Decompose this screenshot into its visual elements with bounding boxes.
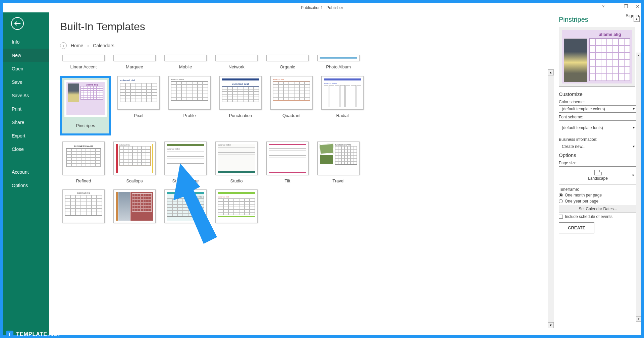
template-unnamed-4[interactable]: euismod nisl: [213, 189, 260, 223]
template-label: Travel: [332, 178, 344, 183]
radio-label: One year per page: [565, 199, 598, 204]
page-landscape-icon: [594, 170, 602, 175]
publisher-window: Publication1 - Publisher ? — ❐ ✕ Sign in…: [3, 3, 641, 335]
template-mobile[interactable]: Mobile: [162, 55, 209, 69]
template-profile[interactable]: euismod nisl ut Profile: [166, 76, 213, 135]
customize-panel: Pinstripes ▲ ullame alig Customize Color…: [554, 12, 641, 335]
color-scheme-select[interactable]: (default template colors) ▼: [559, 105, 637, 113]
sidebar-item-account[interactable]: Account: [3, 165, 49, 179]
template-linear-accent[interactable]: Linear Accent: [60, 55, 107, 69]
include-schedule-checkbox[interactable]: Include schedule of events: [559, 214, 637, 219]
template-label: Organic: [280, 64, 295, 69]
sidebar-item-info[interactable]: Info: [3, 35, 49, 49]
template-marquee[interactable]: Marquee: [111, 55, 158, 69]
maximize-icon[interactable]: ❐: [624, 4, 628, 9]
breadcrumb-home[interactable]: Home: [71, 43, 83, 48]
close-icon[interactable]: ✕: [636, 4, 640, 9]
thumbnail-title: euismod nisl ut: [324, 82, 361, 84]
minimize-icon[interactable]: —: [612, 4, 616, 9]
template-travel[interactable]: BUSINESS NAME Travel: [315, 142, 362, 183]
color-scheme-label: Color scheme:: [559, 100, 637, 104]
timeframe-one-year-radio[interactable]: One year per page: [559, 199, 637, 204]
breadcrumb-back-icon[interactable]: ‹: [60, 42, 67, 49]
sidebar-item-open[interactable]: Open: [3, 62, 49, 75]
customize-heading: Customize: [559, 91, 637, 97]
title-bar: Publication1 - Publisher ? — ❐ ✕: [3, 3, 641, 12]
sidebar-item-share[interactable]: Share: [3, 116, 49, 129]
thumbnail-title: euismod nisl: [65, 192, 102, 194]
panel-collapse-icon[interactable]: ▲: [634, 16, 640, 22]
template-straight-edge[interactable]: euismod nisl ut Straight Edge: [162, 142, 209, 183]
thumbnail-title: euismod nisl: [218, 196, 255, 198]
sidebar-item-save[interactable]: Save: [3, 75, 49, 89]
template-label: Pixel: [134, 113, 143, 118]
template-row: BUSINESS NAME Refined euismod nisl Scall…: [60, 142, 547, 183]
color-scheme-value: (default template colors): [562, 107, 605, 111]
template-label: Tilt: [285, 178, 290, 183]
thumbnail-title: euismod nisl ut: [167, 148, 204, 150]
template-photo-album[interactable]: Photo Album: [315, 55, 362, 69]
template-label: Quadrant: [282, 113, 301, 118]
template-tilt[interactable]: Tilt: [264, 142, 311, 183]
template-label: Pinstripes: [76, 120, 95, 131]
template-label: Refined: [76, 178, 91, 183]
template-label: Scallops: [126, 178, 143, 183]
sidebar-item-close[interactable]: Close: [3, 143, 49, 156]
sidebar-item-save-as[interactable]: Save As: [3, 89, 49, 102]
template-label: Radial: [336, 113, 349, 118]
radio-unchecked-icon: [559, 199, 563, 203]
template-network[interactable]: Network: [213, 55, 260, 69]
template-organic[interactable]: Organic: [264, 55, 311, 69]
set-calendar-dates-button[interactable]: Set Calendar Dates...: [559, 205, 637, 213]
template-label: Profile: [183, 113, 196, 118]
template-pinstripes-selected[interactable]: ullame alig Pinstripes: [60, 76, 111, 135]
template-studio[interactable]: euismod nisl ut Studio: [213, 142, 260, 183]
template-unnamed-1[interactable]: euismod nisl: [60, 189, 107, 223]
business-info-select[interactable]: Create new... ▼: [559, 143, 637, 150]
back-arrow-icon: [14, 20, 21, 26]
template-scallops[interactable]: euismod nisl Scallops: [111, 142, 158, 183]
gallery-scrollbar[interactable]: ▲ ▼: [548, 69, 554, 328]
template-row-partial-bottom: euismod nisl euismod nisl ut euismod nis…: [60, 189, 547, 223]
options-heading: Options: [559, 152, 637, 158]
font-scheme-value: (default template fonts): [562, 125, 603, 130]
chevron-down-icon: ▼: [632, 174, 635, 177]
checkbox-unchecked-icon: [559, 215, 563, 219]
help-icon[interactable]: ?: [602, 4, 604, 9]
template-pixel[interactable]: euismod nisl Pixel: [115, 76, 162, 135]
scrollbar-up-icon[interactable]: ▲: [548, 69, 554, 75]
preview-calendar-grid-icon: [589, 38, 630, 81]
panel-scrollbar[interactable]: ▲ ▼: [636, 53, 641, 322]
thumbnail-title: euismod nisl: [273, 78, 310, 80]
create-button[interactable]: CREATE: [559, 222, 594, 233]
preview-photo-icon: [564, 39, 587, 82]
scrollbar-down-icon[interactable]: ▼: [636, 316, 641, 322]
template-punctuation[interactable]: euismod nisl Punctuation: [217, 76, 264, 135]
watermark-logo-icon: T: [6, 331, 13, 338]
template-label: Straight Edge: [172, 178, 199, 183]
scrollbar-down-icon[interactable]: ▼: [548, 322, 554, 328]
chevron-down-icon: ▼: [632, 107, 635, 111]
sidebar-item-print[interactable]: Print: [3, 102, 49, 116]
chevron-down-icon: ▼: [632, 126, 635, 129]
page-size-value: Landscape: [588, 176, 608, 181]
sidebar-item-new[interactable]: New: [3, 49, 49, 62]
template-unnamed-2[interactable]: [111, 189, 158, 223]
sidebar-item-options[interactable]: Options: [3, 179, 49, 192]
thumbnail-title: euismod nisl: [120, 78, 157, 82]
breadcrumb-current: Calendars: [93, 43, 114, 48]
page-size-select[interactable]: Landscape ▼: [559, 166, 637, 184]
template-unnamed-3[interactable]: euismod nisl ut: [162, 189, 209, 223]
thumbnail-title: euismod nisl ut: [171, 78, 208, 80]
template-refined[interactable]: BUSINESS NAME Refined: [60, 142, 107, 183]
font-scheme-label: Font scheme:: [559, 115, 637, 119]
scrollbar-up-icon[interactable]: ▲: [636, 53, 641, 58]
template-quadrant[interactable]: euismod nisl Quadrant: [268, 76, 315, 135]
template-label: Photo Album: [326, 64, 351, 69]
timeframe-one-month-radio[interactable]: One month per page: [559, 193, 637, 198]
watermark: T TEMPLATE.NET: [6, 331, 61, 338]
template-radial[interactable]: euismod nisl ut Radial: [319, 76, 366, 135]
back-button[interactable]: [11, 17, 24, 30]
sidebar-item-export[interactable]: Export: [3, 129, 49, 143]
font-scheme-select[interactable]: (default template fonts) ▼: [559, 120, 637, 135]
